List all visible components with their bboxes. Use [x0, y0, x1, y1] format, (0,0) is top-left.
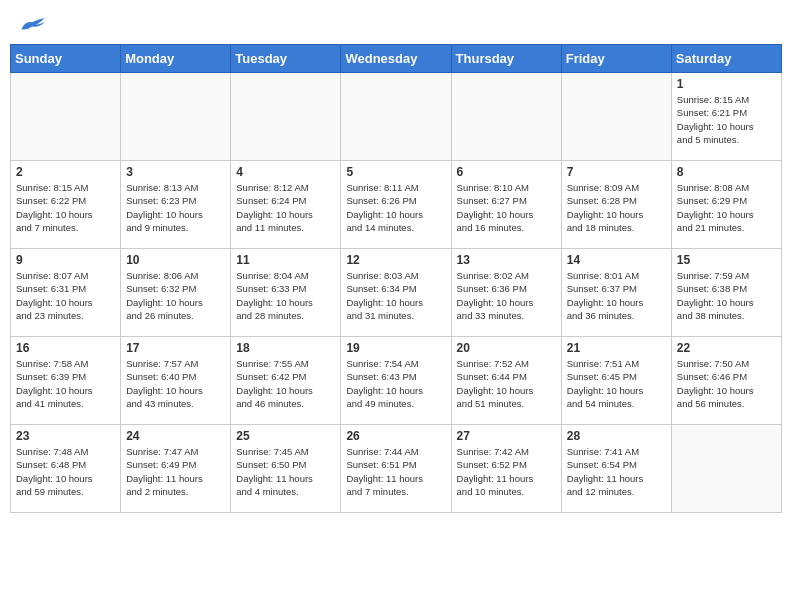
day-info: Sunrise: 8:03 AM Sunset: 6:34 PM Dayligh… [346, 269, 445, 322]
day-number: 28 [567, 429, 666, 443]
calendar-cell: 18Sunrise: 7:55 AM Sunset: 6:42 PM Dayli… [231, 337, 341, 425]
day-number: 22 [677, 341, 776, 355]
calendar-cell: 9Sunrise: 8:07 AM Sunset: 6:31 PM Daylig… [11, 249, 121, 337]
calendar-week-row: 16Sunrise: 7:58 AM Sunset: 6:39 PM Dayli… [11, 337, 782, 425]
calendar-week-row: 23Sunrise: 7:48 AM Sunset: 6:48 PM Dayli… [11, 425, 782, 513]
day-info: Sunrise: 7:47 AM Sunset: 6:49 PM Dayligh… [126, 445, 225, 498]
calendar-week-row: 9Sunrise: 8:07 AM Sunset: 6:31 PM Daylig… [11, 249, 782, 337]
day-info: Sunrise: 7:42 AM Sunset: 6:52 PM Dayligh… [457, 445, 556, 498]
day-info: Sunrise: 7:52 AM Sunset: 6:44 PM Dayligh… [457, 357, 556, 410]
calendar-cell: 23Sunrise: 7:48 AM Sunset: 6:48 PM Dayli… [11, 425, 121, 513]
day-number: 25 [236, 429, 335, 443]
day-number: 7 [567, 165, 666, 179]
page-header [10, 10, 782, 36]
calendar-cell: 12Sunrise: 8:03 AM Sunset: 6:34 PM Dayli… [341, 249, 451, 337]
day-number: 11 [236, 253, 335, 267]
calendar-cell: 7Sunrise: 8:09 AM Sunset: 6:28 PM Daylig… [561, 161, 671, 249]
calendar-cell: 27Sunrise: 7:42 AM Sunset: 6:52 PM Dayli… [451, 425, 561, 513]
day-number: 8 [677, 165, 776, 179]
calendar-cell: 25Sunrise: 7:45 AM Sunset: 6:50 PM Dayli… [231, 425, 341, 513]
day-number: 27 [457, 429, 556, 443]
day-info: Sunrise: 7:48 AM Sunset: 6:48 PM Dayligh… [16, 445, 115, 498]
calendar-cell: 24Sunrise: 7:47 AM Sunset: 6:49 PM Dayli… [121, 425, 231, 513]
day-number: 19 [346, 341, 445, 355]
day-number: 14 [567, 253, 666, 267]
calendar-cell: 28Sunrise: 7:41 AM Sunset: 6:54 PM Dayli… [561, 425, 671, 513]
calendar-cell: 6Sunrise: 8:10 AM Sunset: 6:27 PM Daylig… [451, 161, 561, 249]
calendar-cell: 1Sunrise: 8:15 AM Sunset: 6:21 PM Daylig… [671, 73, 781, 161]
day-info: Sunrise: 7:41 AM Sunset: 6:54 PM Dayligh… [567, 445, 666, 498]
calendar-cell: 3Sunrise: 8:13 AM Sunset: 6:23 PM Daylig… [121, 161, 231, 249]
day-info: Sunrise: 7:59 AM Sunset: 6:38 PM Dayligh… [677, 269, 776, 322]
calendar-table: SundayMondayTuesdayWednesdayThursdayFrid… [10, 44, 782, 513]
day-number: 4 [236, 165, 335, 179]
calendar-cell [451, 73, 561, 161]
day-number: 18 [236, 341, 335, 355]
day-number: 3 [126, 165, 225, 179]
day-number: 12 [346, 253, 445, 267]
day-info: Sunrise: 8:08 AM Sunset: 6:29 PM Dayligh… [677, 181, 776, 234]
day-number: 10 [126, 253, 225, 267]
day-number: 24 [126, 429, 225, 443]
weekday-header-row: SundayMondayTuesdayWednesdayThursdayFrid… [11, 45, 782, 73]
day-number: 6 [457, 165, 556, 179]
day-info: Sunrise: 7:44 AM Sunset: 6:51 PM Dayligh… [346, 445, 445, 498]
day-number: 9 [16, 253, 115, 267]
day-number: 26 [346, 429, 445, 443]
day-info: Sunrise: 8:04 AM Sunset: 6:33 PM Dayligh… [236, 269, 335, 322]
day-info: Sunrise: 8:12 AM Sunset: 6:24 PM Dayligh… [236, 181, 335, 234]
calendar-cell: 4Sunrise: 8:12 AM Sunset: 6:24 PM Daylig… [231, 161, 341, 249]
calendar-cell [561, 73, 671, 161]
day-info: Sunrise: 8:13 AM Sunset: 6:23 PM Dayligh… [126, 181, 225, 234]
day-number: 16 [16, 341, 115, 355]
calendar-cell [121, 73, 231, 161]
day-info: Sunrise: 7:50 AM Sunset: 6:46 PM Dayligh… [677, 357, 776, 410]
calendar-cell: 11Sunrise: 8:04 AM Sunset: 6:33 PM Dayli… [231, 249, 341, 337]
calendar-cell: 5Sunrise: 8:11 AM Sunset: 6:26 PM Daylig… [341, 161, 451, 249]
weekday-header-monday: Monday [121, 45, 231, 73]
calendar-cell: 8Sunrise: 8:08 AM Sunset: 6:29 PM Daylig… [671, 161, 781, 249]
day-info: Sunrise: 8:09 AM Sunset: 6:28 PM Dayligh… [567, 181, 666, 234]
day-info: Sunrise: 8:15 AM Sunset: 6:22 PM Dayligh… [16, 181, 115, 234]
calendar-cell: 22Sunrise: 7:50 AM Sunset: 6:46 PM Dayli… [671, 337, 781, 425]
weekday-header-tuesday: Tuesday [231, 45, 341, 73]
day-info: Sunrise: 8:07 AM Sunset: 6:31 PM Dayligh… [16, 269, 115, 322]
day-info: Sunrise: 7:58 AM Sunset: 6:39 PM Dayligh… [16, 357, 115, 410]
weekday-header-sunday: Sunday [11, 45, 121, 73]
calendar-cell [341, 73, 451, 161]
calendar-cell: 21Sunrise: 7:51 AM Sunset: 6:45 PM Dayli… [561, 337, 671, 425]
weekday-header-thursday: Thursday [451, 45, 561, 73]
day-number: 1 [677, 77, 776, 91]
day-number: 15 [677, 253, 776, 267]
day-info: Sunrise: 8:02 AM Sunset: 6:36 PM Dayligh… [457, 269, 556, 322]
logo [16, 14, 46, 32]
day-number: 5 [346, 165, 445, 179]
calendar-cell: 20Sunrise: 7:52 AM Sunset: 6:44 PM Dayli… [451, 337, 561, 425]
calendar-cell [671, 425, 781, 513]
calendar-cell: 17Sunrise: 7:57 AM Sunset: 6:40 PM Dayli… [121, 337, 231, 425]
day-number: 2 [16, 165, 115, 179]
calendar-cell: 14Sunrise: 8:01 AM Sunset: 6:37 PM Dayli… [561, 249, 671, 337]
weekday-header-saturday: Saturday [671, 45, 781, 73]
calendar-cell: 13Sunrise: 8:02 AM Sunset: 6:36 PM Dayli… [451, 249, 561, 337]
day-info: Sunrise: 7:45 AM Sunset: 6:50 PM Dayligh… [236, 445, 335, 498]
day-number: 13 [457, 253, 556, 267]
day-info: Sunrise: 7:51 AM Sunset: 6:45 PM Dayligh… [567, 357, 666, 410]
calendar-cell: 19Sunrise: 7:54 AM Sunset: 6:43 PM Dayli… [341, 337, 451, 425]
calendar-week-row: 2Sunrise: 8:15 AM Sunset: 6:22 PM Daylig… [11, 161, 782, 249]
day-info: Sunrise: 8:11 AM Sunset: 6:26 PM Dayligh… [346, 181, 445, 234]
day-info: Sunrise: 7:54 AM Sunset: 6:43 PM Dayligh… [346, 357, 445, 410]
calendar-cell: 26Sunrise: 7:44 AM Sunset: 6:51 PM Dayli… [341, 425, 451, 513]
calendar-cell [231, 73, 341, 161]
day-number: 23 [16, 429, 115, 443]
calendar-week-row: 1Sunrise: 8:15 AM Sunset: 6:21 PM Daylig… [11, 73, 782, 161]
logo-bird-icon [18, 14, 46, 36]
weekday-header-wednesday: Wednesday [341, 45, 451, 73]
day-info: Sunrise: 8:06 AM Sunset: 6:32 PM Dayligh… [126, 269, 225, 322]
day-number: 17 [126, 341, 225, 355]
calendar-cell: 10Sunrise: 8:06 AM Sunset: 6:32 PM Dayli… [121, 249, 231, 337]
day-info: Sunrise: 8:01 AM Sunset: 6:37 PM Dayligh… [567, 269, 666, 322]
calendar-cell: 2Sunrise: 8:15 AM Sunset: 6:22 PM Daylig… [11, 161, 121, 249]
day-info: Sunrise: 7:57 AM Sunset: 6:40 PM Dayligh… [126, 357, 225, 410]
day-info: Sunrise: 8:15 AM Sunset: 6:21 PM Dayligh… [677, 93, 776, 146]
